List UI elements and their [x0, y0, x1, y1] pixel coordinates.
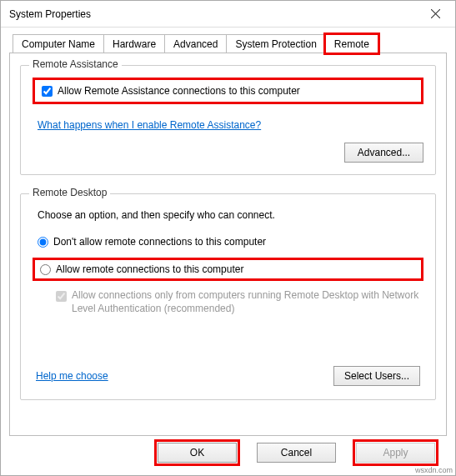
allow-remote-label: Allow remote connections to this compute… [56, 263, 243, 275]
nla-label: Allow connections only from computers ru… [72, 289, 423, 315]
dont-allow-label: Don't allow remote connections to this c… [53, 236, 266, 248]
dont-allow-row: Don't allow remote connections to this c… [33, 233, 423, 251]
tab-strip: Computer Name Hardware Advanced System P… [13, 34, 447, 53]
allow-remote-assistance-checkbox[interactable] [42, 86, 53, 97]
allow-remote-radio[interactable] [40, 264, 51, 275]
remote-desktop-instruction: Choose an option, and then specify who c… [38, 209, 423, 221]
allow-remote-assistance-row: Allow Remote Assistance connections to t… [33, 78, 423, 104]
window-title: System Properties [9, 8, 418, 20]
tab-computer-name[interactable]: Computer Name [13, 34, 104, 53]
allow-remote-row: Allow remote connections to this compute… [33, 258, 423, 281]
close-icon [431, 9, 440, 18]
tab-remote[interactable]: Remote [325, 34, 378, 53]
remote-tab-panel: Remote Assistance Allow Remote Assistanc… [9, 53, 447, 436]
remote-desktop-legend: Remote Desktop [29, 187, 110, 198]
ok-button[interactable]: OK [158, 443, 237, 463]
dont-allow-radio[interactable] [38, 237, 48, 248]
tab-advanced[interactable]: Advanced [164, 34, 227, 53]
remote-assistance-legend: Remote Assistance [29, 58, 122, 70]
remote-desktop-bottom-row: Help me choose Select Users... [36, 366, 420, 386]
titlebar: System Properties [1, 1, 455, 28]
select-users-button[interactable]: Select Users... [333, 366, 420, 386]
watermark: wsxdn.com [415, 466, 453, 474]
cancel-button[interactable]: Cancel [257, 443, 336, 463]
remote-desktop-group: Remote Desktop Choose an option, and the… [20, 193, 436, 400]
nla-row: Allow connections only from computers ru… [56, 289, 423, 315]
help-me-choose-link[interactable]: Help me choose [36, 370, 108, 382]
allow-remote-assistance-label: Allow Remote Assistance connections to t… [58, 85, 300, 97]
system-properties-window: System Properties Computer Name Hardware… [0, 0, 456, 476]
tab-system-protection[interactable]: System Protection [226, 34, 325, 53]
tab-hardware[interactable]: Hardware [103, 34, 165, 53]
advanced-button[interactable]: Advanced... [344, 143, 423, 163]
remote-assistance-group: Remote Assistance Allow Remote Assistanc… [20, 65, 436, 175]
nla-checkbox [56, 291, 67, 302]
apply-button[interactable]: Apply [356, 443, 435, 463]
remote-assistance-help-link[interactable]: What happens when I enable Remote Assist… [38, 119, 261, 131]
content-area: Computer Name Hardware Advanced System P… [1, 28, 455, 471]
dialog-button-row: OK Cancel Apply [9, 436, 447, 463]
close-button[interactable] [418, 3, 452, 26]
